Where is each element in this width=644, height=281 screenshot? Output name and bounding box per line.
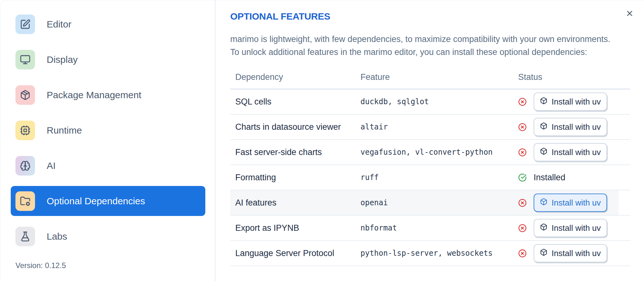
sidebar-item-ai[interactable]: AI [11,151,205,181]
box-icon [540,147,547,157]
description-line-2: To unlock additional features in the mar… [230,47,587,57]
circle-x-icon [518,199,527,207]
sidebar-item-label: Runtime [47,125,82,136]
install-button-label: Install with uv [552,97,601,107]
sidebar-item-display[interactable]: Display [11,45,205,75]
install-with-uv-button[interactable]: Install with uv [534,143,607,161]
close-button[interactable] [624,8,635,20]
sidebar-item-label: Editor [47,19,71,30]
folder-cog-icon [15,191,35,211]
optional-features-panel: OPTIONAL FEATURES marimo is lightweight,… [215,0,644,281]
sidebar-item-labs[interactable]: Labs [11,221,205,251]
feature-packages: vegafusion, vl-convert-python [360,148,518,157]
table-header-row: Dependency Feature Status [230,65,630,89]
feature-packages: openai [360,198,518,207]
sidebar-item-label: Optional Dependencies [47,196,145,206]
box-icon [540,122,547,132]
status-cell: Install with uv [518,194,630,212]
dependencies-table: Dependency Feature Status SQL cells duck… [230,65,630,266]
panel-description: marimo is lightweight, with few dependen… [230,33,610,59]
version-label: Version: 0.12.5 [15,261,66,270]
dependency-name: Export as IPYNB [230,223,360,233]
box-icon [540,223,547,233]
installed-status-label: Installed [534,173,565,182]
sidebar-item-label: AI [47,160,56,171]
install-with-uv-button[interactable]: Install with uv [534,93,607,111]
monitor-icon [15,50,35,69]
table-row: Export as IPYNB nbformat Install with uv [230,216,630,241]
box-icon [540,198,547,208]
close-icon [625,9,634,19]
dependency-name: Language Server Protocol [230,248,360,258]
circle-x-icon [518,224,527,232]
install-with-uv-button[interactable]: Install with uv [534,219,607,237]
table-row-highlighted: AI features openai Install with uv [230,190,630,216]
table-row: Charts in datasource viewer altair Insta… [230,115,630,140]
install-button-label: Install with uv [552,248,601,258]
box-icon [540,248,547,258]
settings-sidebar: Editor Display Package Management Runtim… [0,0,215,281]
table-row: Fast server-side charts vegafusion, vl-c… [230,140,630,165]
sidebar-item-editor[interactable]: Editor [11,9,205,39]
install-button-label: Install with uv [552,122,601,132]
circle-x-icon [518,123,527,131]
dependency-name: Formatting [230,173,360,182]
sidebar-item-label: Display [47,54,78,65]
table-row: Language Server Protocol python-lsp-serv… [230,241,630,266]
description-line-1: marimo is lightweight, with few dependen… [230,34,610,44]
install-with-uv-button[interactable]: Install with uv [534,244,607,262]
install-with-uv-button-active[interactable]: Install with uv [534,194,607,212]
install-button-label: Install with uv [552,198,601,208]
circle-x-icon [518,148,527,157]
table-row: Formatting ruff Installed [230,165,630,190]
package-icon [15,85,35,105]
header-dependency: Dependency [230,72,360,82]
box-icon [540,97,547,107]
cpu-icon [15,121,35,140]
install-button-label: Install with uv [552,147,601,157]
sidebar-item-package-management[interactable]: Package Management [11,80,205,110]
status-cell: Install with uv [518,118,630,136]
flask-icon [15,227,35,246]
settings-dialog: Editor Display Package Management Runtim… [0,0,644,281]
brain-icon [15,156,35,176]
install-button-label: Install with uv [552,223,601,233]
feature-packages: nbformat [360,224,518,232]
feature-packages: duckdb, sqlglot [360,97,518,106]
status-cell: Install with uv [518,143,630,161]
dependency-name: AI features [230,198,360,208]
circle-x-icon [518,98,527,106]
install-with-uv-button[interactable]: Install with uv [534,118,607,136]
square-pen-icon [15,15,35,34]
sidebar-item-label: Labs [47,231,67,242]
status-cell: Install with uv [518,219,630,237]
circle-check-icon [518,173,527,182]
dependency-name: Fast server-side charts [230,147,360,157]
header-status: Status [518,72,630,82]
feature-packages: ruff [360,173,518,182]
status-cell: Install with uv [518,244,630,262]
sidebar-item-label: Package Management [47,90,141,100]
table-row: SQL cells duckdb, sqlglot Install with u… [230,89,630,115]
sidebar-item-optional-dependencies[interactable]: Optional Dependencies [11,186,205,216]
header-feature: Feature [360,72,518,82]
circle-x-icon [518,249,527,258]
sidebar-item-runtime[interactable]: Runtime [11,115,205,145]
status-cell: Installed [518,173,630,182]
status-cell: Install with uv [518,93,630,111]
feature-packages: altair [360,123,518,131]
dependency-name: SQL cells [230,97,360,107]
dependency-name: Charts in datasource viewer [230,122,360,132]
feature-packages: python-lsp-server, websockets [360,249,518,258]
page-title: OPTIONAL FEATURES [230,11,330,22]
